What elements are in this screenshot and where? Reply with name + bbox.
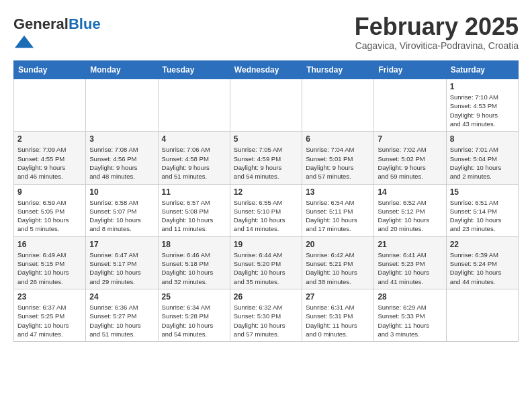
calendar-cell: 23Sunrise: 6:37 AM Sunset: 5:25 PM Dayli…	[14, 289, 86, 341]
day-info: Sunrise: 7:04 AM Sunset: 5:01 PM Dayligh…	[306, 145, 370, 181]
calendar-cell: 26Sunrise: 6:32 AM Sunset: 5:30 PM Dayli…	[230, 289, 302, 341]
day-number: 3	[89, 134, 154, 144]
calendar-cell: 10Sunrise: 6:58 AM Sunset: 5:07 PM Dayli…	[86, 184, 158, 236]
week-row-3: 9Sunrise: 6:59 AM Sunset: 5:05 PM Daylig…	[14, 184, 519, 236]
day-info: Sunrise: 6:34 AM Sunset: 5:28 PM Dayligh…	[162, 303, 226, 338]
day-info: Sunrise: 6:32 AM Sunset: 5:30 PM Dayligh…	[234, 303, 298, 338]
calendar-cell	[230, 79, 302, 132]
day-number: 10	[89, 187, 154, 197]
week-row-5: 23Sunrise: 6:37 AM Sunset: 5:25 PM Dayli…	[14, 289, 519, 341]
weekday-tuesday: Tuesday	[158, 61, 230, 79]
day-number: 1	[450, 82, 515, 91]
day-number: 14	[378, 187, 442, 197]
day-number: 5	[234, 134, 298, 144]
calendar-cell: 20Sunrise: 6:42 AM Sunset: 5:21 PM Dayli…	[302, 236, 374, 289]
calendar-cell	[158, 79, 230, 132]
day-info: Sunrise: 6:57 AM Sunset: 5:08 PM Dayligh…	[162, 198, 226, 234]
calendar-cell: 22Sunrise: 6:39 AM Sunset: 5:24 PM Dayli…	[446, 236, 518, 289]
day-info: Sunrise: 6:51 AM Sunset: 5:14 PM Dayligh…	[450, 198, 515, 234]
day-number: 21	[378, 240, 442, 249]
day-info: Sunrise: 7:05 AM Sunset: 4:59 PM Dayligh…	[234, 145, 298, 181]
day-number: 13	[306, 187, 370, 197]
day-info: Sunrise: 7:02 AM Sunset: 5:02 PM Dayligh…	[378, 145, 442, 181]
day-number: 20	[306, 240, 370, 249]
day-info: Sunrise: 6:37 AM Sunset: 5:25 PM Dayligh…	[17, 303, 82, 338]
calendar-cell: 17Sunrise: 6:47 AM Sunset: 5:17 PM Dayli…	[86, 236, 158, 289]
day-number: 6	[306, 134, 370, 144]
day-info: Sunrise: 7:09 AM Sunset: 4:55 PM Dayligh…	[17, 145, 82, 181]
calendar-cell: 28Sunrise: 6:29 AM Sunset: 5:33 PM Dayli…	[374, 289, 446, 341]
day-info: Sunrise: 6:29 AM Sunset: 5:33 PM Dayligh…	[378, 303, 442, 338]
calendar-cell	[302, 79, 374, 132]
calendar-cell: 24Sunrise: 6:36 AM Sunset: 5:27 PM Dayli…	[86, 289, 158, 341]
day-number: 28	[378, 292, 442, 302]
calendar-cell	[14, 79, 86, 132]
day-info: Sunrise: 6:42 AM Sunset: 5:21 PM Dayligh…	[306, 250, 370, 286]
header: GeneralBlue February 2025 Cagavica, Viro…	[13, 13, 519, 54]
calendar-cell: 1Sunrise: 7:10 AM Sunset: 4:53 PM Daylig…	[446, 79, 518, 132]
day-info: Sunrise: 7:01 AM Sunset: 5:04 PM Dayligh…	[450, 145, 515, 181]
day-number: 26	[234, 292, 298, 302]
calendar-cell: 12Sunrise: 6:55 AM Sunset: 5:10 PM Dayli…	[230, 184, 302, 236]
weekday-header-row: SundayMondayTuesdayWednesdayThursdayFrid…	[14, 61, 519, 79]
day-number: 9	[17, 187, 82, 197]
day-number: 25	[162, 292, 226, 302]
weekday-monday: Monday	[86, 61, 158, 79]
day-info: Sunrise: 6:31 AM Sunset: 5:31 PM Dayligh…	[306, 303, 370, 338]
day-info: Sunrise: 6:49 AM Sunset: 5:15 PM Dayligh…	[17, 250, 82, 286]
calendar-cell	[86, 79, 158, 132]
day-number: 16	[17, 240, 82, 249]
calendar-cell: 5Sunrise: 7:05 AM Sunset: 4:59 PM Daylig…	[230, 132, 302, 184]
day-number: 2	[17, 134, 82, 144]
day-info: Sunrise: 6:54 AM Sunset: 5:11 PM Dayligh…	[306, 198, 370, 234]
calendar-cell: 6Sunrise: 7:04 AM Sunset: 5:01 PM Daylig…	[302, 132, 374, 184]
day-number: 15	[450, 187, 515, 197]
day-info: Sunrise: 6:41 AM Sunset: 5:23 PM Dayligh…	[378, 250, 442, 286]
day-number: 8	[450, 134, 515, 144]
day-info: Sunrise: 7:08 AM Sunset: 4:56 PM Dayligh…	[89, 145, 154, 181]
day-info: Sunrise: 6:47 AM Sunset: 5:17 PM Dayligh…	[89, 250, 154, 286]
weekday-wednesday: Wednesday	[230, 61, 302, 79]
day-number: 17	[89, 240, 154, 249]
calendar-cell: 2Sunrise: 7:09 AM Sunset: 4:55 PM Daylig…	[14, 132, 86, 184]
day-number: 18	[162, 240, 226, 249]
calendar-cell	[374, 79, 446, 132]
day-info: Sunrise: 6:59 AM Sunset: 5:05 PM Dayligh…	[17, 198, 82, 234]
calendar-title: February 2025	[355, 13, 519, 40]
day-number: 4	[162, 134, 226, 144]
day-info: Sunrise: 6:55 AM Sunset: 5:10 PM Dayligh…	[234, 198, 298, 234]
calendar-cell: 18Sunrise: 6:46 AM Sunset: 5:18 PM Dayli…	[158, 236, 230, 289]
calendar-cell: 27Sunrise: 6:31 AM Sunset: 5:31 PM Dayli…	[302, 289, 374, 341]
logo: GeneralBlue	[13, 16, 101, 54]
logo-blue-text: Blue	[69, 15, 101, 32]
day-info: Sunrise: 6:46 AM Sunset: 5:18 PM Dayligh…	[162, 250, 226, 286]
calendar-cell: 15Sunrise: 6:51 AM Sunset: 5:14 PM Dayli…	[446, 184, 518, 236]
calendar-cell: 13Sunrise: 6:54 AM Sunset: 5:11 PM Dayli…	[302, 184, 374, 236]
day-number: 27	[306, 292, 370, 302]
calendar-cell	[446, 289, 518, 341]
week-row-1: 1Sunrise: 7:10 AM Sunset: 4:53 PM Daylig…	[14, 79, 519, 132]
calendar-cell: 7Sunrise: 7:02 AM Sunset: 5:02 PM Daylig…	[374, 132, 446, 184]
day-info: Sunrise: 6:44 AM Sunset: 5:20 PM Dayligh…	[234, 250, 298, 286]
calendar-cell: 19Sunrise: 6:44 AM Sunset: 5:20 PM Dayli…	[230, 236, 302, 289]
calendar-cell: 25Sunrise: 6:34 AM Sunset: 5:28 PM Dayli…	[158, 289, 230, 341]
calendar-cell: 9Sunrise: 6:59 AM Sunset: 5:05 PM Daylig…	[14, 184, 86, 236]
day-info: Sunrise: 6:58 AM Sunset: 5:07 PM Dayligh…	[89, 198, 154, 234]
calendar-cell: 11Sunrise: 6:57 AM Sunset: 5:08 PM Dayli…	[158, 184, 230, 236]
day-number: 24	[89, 292, 154, 302]
calendar-cell: 16Sunrise: 6:49 AM Sunset: 5:15 PM Dayli…	[14, 236, 86, 289]
week-row-4: 16Sunrise: 6:49 AM Sunset: 5:15 PM Dayli…	[14, 236, 519, 289]
day-number: 12	[234, 187, 298, 197]
logo-general-text: General	[13, 15, 69, 32]
svg-marker-0	[15, 36, 34, 48]
calendar-subtitle: Cagavica, Virovitica-Podravina, Croatia	[355, 40, 519, 51]
calendar-cell: 14Sunrise: 6:52 AM Sunset: 5:12 PM Dayli…	[374, 184, 446, 236]
weekday-friday: Friday	[374, 61, 446, 79]
calendar-cell: 3Sunrise: 7:08 AM Sunset: 4:56 PM Daylig…	[86, 132, 158, 184]
day-number: 11	[162, 187, 226, 197]
day-info: Sunrise: 6:52 AM Sunset: 5:12 PM Dayligh…	[378, 198, 442, 234]
day-number: 22	[450, 240, 515, 249]
weekday-thursday: Thursday	[302, 61, 374, 79]
day-info: Sunrise: 6:36 AM Sunset: 5:27 PM Dayligh…	[89, 303, 154, 338]
day-info: Sunrise: 7:10 AM Sunset: 4:53 PM Dayligh…	[450, 93, 515, 128]
